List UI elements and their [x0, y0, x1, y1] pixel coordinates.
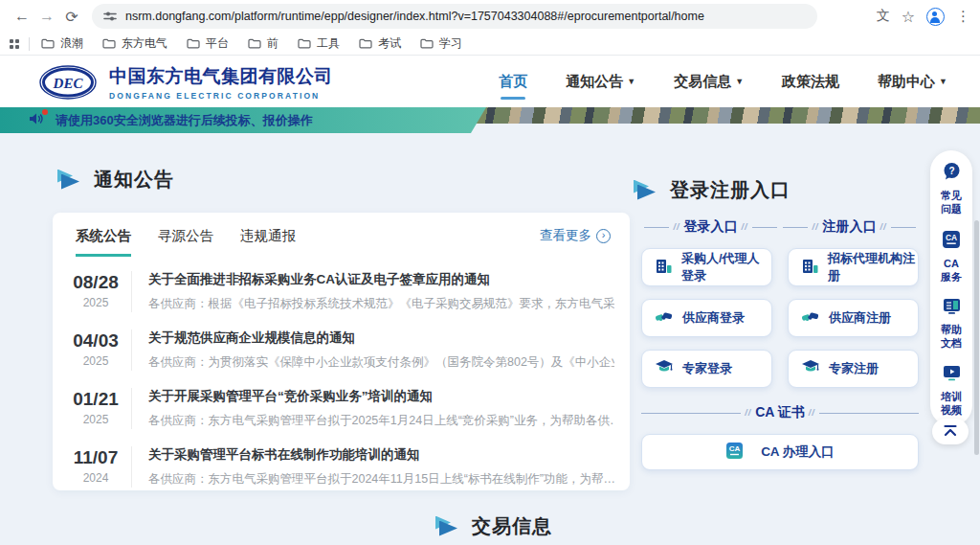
- browser-menu-icon[interactable]: ⋮: [956, 8, 970, 25]
- reload-icon[interactable]: ⟳: [59, 4, 84, 29]
- toolbar-actions: 文 ☆ ⋮: [877, 8, 970, 26]
- url-text: nsrm.dongfang.com/platform/runtime/epp/d…: [125, 10, 704, 23]
- notice-title: 关于规范供应商企业规模信息的通知: [148, 329, 614, 347]
- notice-title: 关于开展采购管理平台“竞价采购业务”培训的通知: [148, 388, 614, 405]
- back-icon[interactable]: ←: [10, 4, 34, 29]
- expert-login-button[interactable]: 专家登录: [641, 350, 772, 388]
- button-label: 招标代理机构注册: [828, 250, 918, 284]
- quickbar-label: 培训视频: [939, 390, 964, 418]
- quickbar-item-ca-service[interactable]: CA CA服务: [939, 230, 964, 284]
- bookmark-folder[interactable]: 前: [248, 35, 278, 52]
- section-arrow-icon: [57, 170, 80, 191]
- login-entry-header: // 登录入口 //: [641, 218, 780, 236]
- notice-desc: 各供应商：为贯彻落实《保障中小企业款项支付条例》（国务院令第802号）及《中小企…: [148, 354, 614, 371]
- nav-item-notices[interactable]: 通知公告 ▼: [566, 73, 635, 91]
- divider: //: [880, 222, 887, 232]
- divider: //: [812, 222, 818, 232]
- portal-button-grid: 采购人/代理人登录 招标代理机构注册 供应商登录 供应商注册 专家登录 专家注册: [641, 248, 919, 388]
- document-icon: [942, 297, 962, 319]
- bookmark-folder[interactable]: 学习: [420, 35, 462, 52]
- nav-item-home[interactable]: 首页: [499, 73, 527, 91]
- bookmark-folder[interactable]: 平台: [187, 35, 229, 52]
- site-info-icon[interactable]: [103, 11, 117, 22]
- notice-desc: 各供应商：东方电气采购管理平台拟于2025年1月24日上线“竞价采购”业务，为帮…: [148, 413, 614, 429]
- svg-text:CA: CA: [946, 232, 957, 241]
- supplier-register-button[interactable]: 供应商注册: [788, 299, 919, 337]
- section-title: 登录注册入口: [670, 177, 791, 203]
- list-item[interactable]: 04/03 2025 关于规范供应商企业规模信息的通知 各供应商：为贯彻落实《保…: [60, 321, 614, 379]
- url-bar[interactable]: nsrm.dongfang.com/platform/runtime/epp/d…: [92, 4, 817, 29]
- nav-item-help-center[interactable]: 帮助中心 ▼: [878, 73, 947, 91]
- view-more-label: 查看更多: [540, 227, 591, 244]
- notice-date: 01/21 2025: [60, 388, 131, 429]
- view-more-link[interactable]: 查看更多 ›: [540, 227, 611, 244]
- bookmark-label: 前: [267, 35, 278, 52]
- bookmarks-bar: 浪潮 东方电气 平台 前 工具 考试 学习: [0, 33, 980, 56]
- list-item[interactable]: 08/28 2025 关于全面推进非招标采购业务CA认证及电子签章应用的通知 各…: [60, 262, 614, 321]
- nav-label: 政策法规: [782, 73, 839, 91]
- list-item[interactable]: 01/21 2025 关于开展采购管理平台“竞价采购业务”培训的通知 各供应商：…: [60, 379, 614, 438]
- notices-tabs: 系统公告 寻源公告 违规通报 查看更多 ›: [53, 213, 630, 257]
- page-scrollbar[interactable]: [974, 220, 979, 455]
- notice-desc: 各供应商：根据《电子招标投标系统技术规范》《电子采购交易规范》要求，东方电气采购…: [148, 296, 614, 312]
- tab-system-notices[interactable]: 系统公告: [76, 227, 131, 257]
- bidding-agency-register-button[interactable]: 招标代理机构注册: [788, 248, 919, 286]
- divider: [783, 227, 808, 228]
- bookmark-label: 东方电气: [122, 35, 167, 52]
- folder-icon: [420, 38, 434, 49]
- nav-item-policies[interactable]: 政策法规: [782, 73, 839, 91]
- graduation-cap-icon: [655, 359, 674, 378]
- date-md: 04/03: [60, 330, 131, 352]
- list-item[interactable]: 11/07 2024 关于采购管理平台标书在线制作功能培训的通知 各供应商：东方…: [60, 438, 614, 496]
- folder-icon: [359, 38, 372, 49]
- nav-label: 首页: [499, 73, 527, 91]
- divider: //: [742, 222, 748, 232]
- collapse-quickbar-button[interactable]: [932, 419, 969, 444]
- notice-text: 关于规范供应商企业规模信息的通知 各供应商：为贯彻落实《保障中小企业款项支付条例…: [131, 329, 614, 371]
- quickbar-item-faq[interactable]: ? 常见问题: [939, 162, 964, 216]
- company-name-en: DONGFANG ELECTRIC CORPORATION: [109, 91, 333, 101]
- translate-icon[interactable]: 文: [877, 8, 890, 25]
- ca-icon: CA: [942, 230, 961, 253]
- nav-item-trade-info[interactable]: 交易信息 ▼: [674, 73, 744, 91]
- divider: //: [809, 408, 815, 418]
- ca-apply-button[interactable]: CA CA 办理入口: [641, 434, 919, 470]
- apps-grid-icon[interactable]: [10, 39, 19, 49]
- question-icon: ?: [942, 162, 962, 185]
- bookmark-folder[interactable]: 浪潮: [41, 35, 83, 52]
- forward-icon[interactable]: →: [34, 4, 59, 29]
- browser-window: ← → ⟳ nsrm.dongfang.com/platform/runtime…: [0, 0, 980, 545]
- bookmark-folder[interactable]: 考试: [359, 35, 401, 52]
- expert-register-button[interactable]: 专家注册: [788, 350, 919, 388]
- supplier-login-button[interactable]: 供应商登录: [641, 299, 772, 337]
- handshake-icon: [801, 309, 820, 328]
- brand-logo[interactable]: DEC 中国东方电气集团有限公司 DONGFANG ELECTRIC CORPO…: [38, 64, 333, 101]
- button-label: 专家登录: [682, 360, 732, 377]
- button-label: 采购人/代理人登录: [681, 250, 771, 284]
- quickbar-label: 常见问题: [939, 189, 964, 216]
- ca-section-header: // CA 证书 //: [641, 404, 919, 421]
- login-subheaders: // 登录入口 // // 注册入口 //: [641, 218, 919, 236]
- buyer-agent-login-button[interactable]: 采购人/代理人登录: [641, 248, 772, 286]
- tab-violation-reports[interactable]: 违规通报: [240, 227, 296, 254]
- notice-desc: 各供应商：东方电气采购管理平台拟于2024年11月15日上线“标书在线制作”功能…: [148, 471, 614, 488]
- quickbar-item-help-docs[interactable]: 帮助文档: [939, 297, 964, 351]
- brand-text: 中国东方电气集团有限公司 DONGFANG ELECTRIC CORPORATI…: [109, 64, 333, 101]
- register-entry-header: // 注册入口 //: [780, 218, 919, 236]
- divider: [644, 227, 669, 228]
- bookmark-folder[interactable]: 工具: [298, 35, 340, 52]
- quickbar-item-training-videos[interactable]: 培训视频: [939, 364, 964, 418]
- tab-sourcing-notices[interactable]: 寻源公告: [158, 227, 213, 254]
- section-arrow-icon: [634, 180, 657, 201]
- folder-icon: [187, 38, 200, 49]
- profile-avatar[interactable]: [926, 8, 945, 26]
- quickbar-label: 帮助文档: [939, 323, 964, 351]
- ticker-text: 请使用360安全浏览器进行后续投标、报价操作: [56, 112, 313, 129]
- date-year: 2024: [60, 471, 131, 485]
- divider: [641, 413, 741, 414]
- bookmark-label: 工具: [317, 35, 340, 52]
- notices-card: 系统公告 寻源公告 违规通报 查看更多 › 08/28 2025 关于全面推进非…: [53, 213, 630, 490]
- bookmark-star-icon[interactable]: ☆: [902, 8, 915, 26]
- bookmark-folder[interactable]: 东方电气: [102, 35, 167, 52]
- notice-list: 08/28 2025 关于全面推进非招标采购业务CA认证及电子签章应用的通知 各…: [53, 257, 630, 496]
